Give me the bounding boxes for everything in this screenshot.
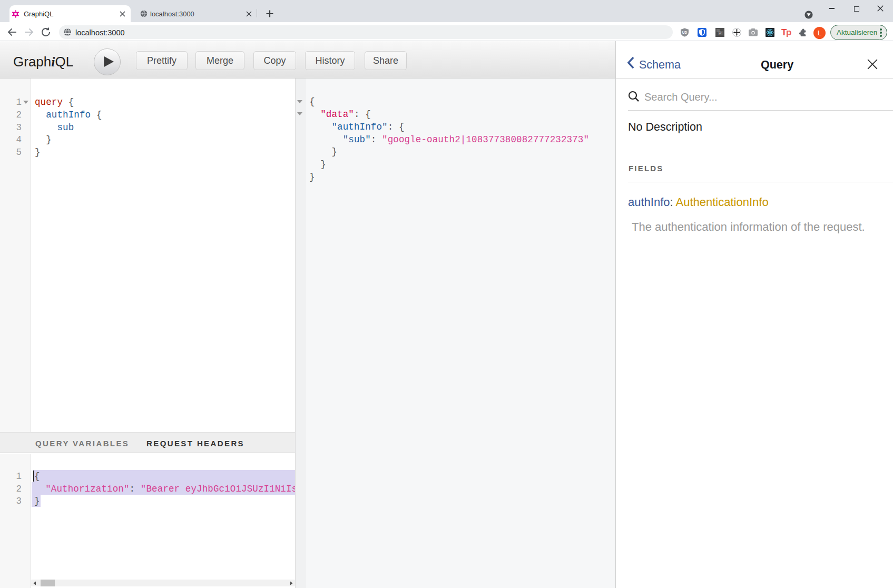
- svg-text:P: P: [718, 31, 721, 36]
- svg-text:UD: UD: [682, 31, 688, 34]
